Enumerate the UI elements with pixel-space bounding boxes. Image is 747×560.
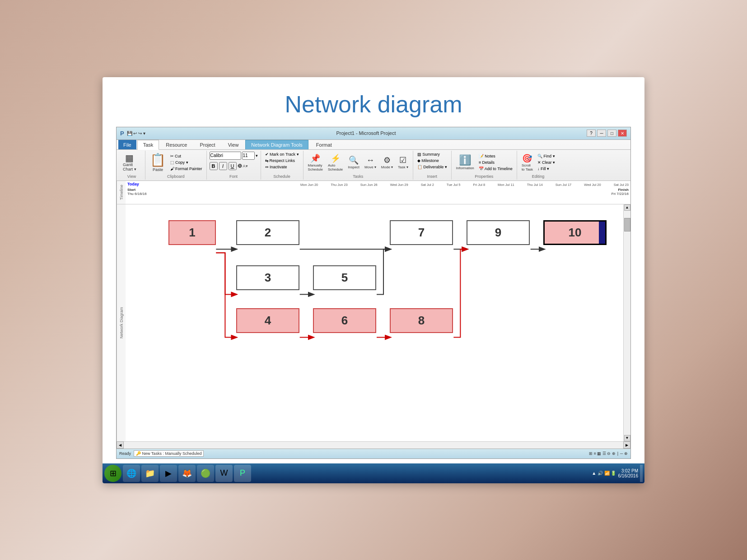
font-color-control[interactable]: 🅐 A▾: [238, 164, 248, 168]
group-clipboard-content: 📋 Paste ✂ Cut ⬚ Copy ▾ 🖌 Format Painter: [148, 152, 204, 173]
help-icon[interactable]: ?: [587, 130, 596, 137]
tab-network-diagram-tools[interactable]: Network Diagram Tools: [245, 140, 308, 149]
move-button[interactable]: ↔ Move ▾: [363, 155, 378, 170]
task-label: Task ▾: [398, 165, 408, 169]
paste-label: Paste: [153, 167, 163, 172]
tab-project[interactable]: Project: [194, 140, 221, 149]
node-6[interactable]: 6: [313, 308, 376, 333]
node-4[interactable]: 4: [236, 308, 299, 333]
view-icons[interactable]: ⊞ ≡ ▦ ☰ ⊖ ⊕: [589, 451, 616, 456]
clipboard-small-btns: ✂ Cut ⬚ Copy ▾ 🖌 Format Painter: [169, 153, 204, 171]
taskbar-app-project[interactable]: P: [234, 465, 251, 482]
taskbar-app-firefox[interactable]: 🦊: [178, 465, 196, 482]
diagram-area[interactable]: 1 2 3 4 5 6: [126, 204, 623, 441]
notes-button[interactable]: 📝 Notes: [477, 153, 514, 159]
left-label: Network Diagram: [117, 204, 126, 441]
taskbar-app-media[interactable]: ▶: [160, 465, 177, 482]
fill-button[interactable]: ↓ Fill ▾: [536, 166, 556, 171]
copy-button[interactable]: ⬚ Copy ▾: [169, 160, 204, 165]
paste-icon: 📋: [150, 153, 166, 167]
inspect-button[interactable]: 🔍 Inspect: [346, 154, 361, 170]
manually-schedule-button[interactable]: 📌 ManuallySchedule: [306, 153, 325, 172]
respect-links-button[interactable]: ⇆ Respect Links: [264, 158, 297, 163]
tab-file[interactable]: File: [118, 140, 136, 149]
scroll-to-task-icon: 🎯: [522, 153, 532, 163]
taskbar-show-desktop[interactable]: [640, 465, 643, 482]
close-button[interactable]: ✕: [618, 130, 627, 137]
task-button[interactable]: ☑ Task ▾: [396, 154, 410, 170]
insert-group-label: Insert: [416, 174, 448, 179]
font-size-input[interactable]: [242, 152, 255, 160]
scroll-down-arrow[interactable]: ▼: [624, 435, 630, 441]
maximize-button[interactable]: □: [607, 130, 616, 137]
tab-format[interactable]: Format: [310, 140, 338, 149]
mark-on-track-button[interactable]: ✔ Mark on Track ▾: [264, 152, 300, 157]
manually-schedule-label: ManuallySchedule: [308, 163, 323, 171]
group-font: ▾ B I U 🅐 A▾ Font: [207, 151, 261, 180]
copy-label: Copy ▾: [175, 160, 188, 165]
start-button[interactable]: ⊞: [104, 465, 121, 482]
gantt-chart-button[interactable]: ▦ GanttChart ▾: [121, 153, 138, 172]
font-size-dropdown[interactable]: ▾: [256, 153, 258, 158]
node-1-label: 1: [189, 226, 195, 240]
task-icon: ☑: [399, 155, 406, 165]
paste-button[interactable]: 📋 Paste: [148, 152, 168, 173]
auto-schedule-button[interactable]: ⚡ AutoSchedule: [326, 153, 345, 172]
italic-button[interactable]: I: [219, 162, 227, 170]
taskbar-app-ie[interactable]: 🌐: [123, 465, 140, 482]
timeline-bar: Timeline Today Mon Jun 20 Thu Jun 23 Sun…: [117, 181, 630, 204]
font-name-input[interactable]: [210, 152, 241, 160]
node-1[interactable]: 1: [168, 220, 216, 245]
node-8-label: 8: [418, 314, 425, 328]
clear-button[interactable]: ✕ Clear ▾: [536, 160, 556, 165]
window-controls: ? ─ □ ✕: [587, 130, 627, 137]
mode-button[interactable]: ⚙ Mode ▾: [379, 154, 395, 170]
ribbon-tabs: File Task Resource Project View Network …: [117, 140, 630, 150]
tab-task[interactable]: Task: [137, 140, 159, 150]
font-row1: ▾: [210, 152, 258, 160]
scroll-to-task-button[interactable]: 🎯 Scrollto Task: [520, 153, 535, 172]
node-5[interactable]: 5: [313, 265, 376, 290]
scroll-up-arrow[interactable]: ▲: [624, 204, 630, 211]
format-painter-button[interactable]: 🖌 Format Painter: [169, 166, 204, 171]
node-8[interactable]: 8: [390, 308, 453, 333]
details-button[interactable]: ≡ Details: [477, 160, 514, 165]
properties-small-btns: 📝 Notes ≡ Details 📅 Add to Timeline: [477, 153, 514, 171]
minimize-button[interactable]: ─: [597, 130, 606, 137]
deliverable-button[interactable]: 📋 Deliverable ▾: [416, 164, 448, 170]
underline-button[interactable]: U: [229, 162, 237, 170]
quick-access-icons: 💾 ↩ ↪ ▾: [127, 131, 145, 136]
taskbar-app-word[interactable]: W: [215, 465, 233, 482]
taskbar-system-icons[interactable]: ▲ 🔊 📶 🔋: [592, 471, 616, 476]
node-3[interactable]: 3: [236, 265, 299, 290]
tab-resource[interactable]: Resource: [160, 140, 193, 149]
scroll-thumb[interactable]: [624, 218, 630, 231]
taskbar-app-explorer[interactable]: 📁: [141, 465, 159, 482]
taskbar-app-chrome[interactable]: 🟢: [197, 465, 214, 482]
find-button[interactable]: 🔍 Find ▾: [536, 153, 556, 159]
node-2[interactable]: 2: [236, 220, 299, 245]
scroll-left-arrow[interactable]: ◀: [117, 441, 124, 449]
new-tasks-indicator[interactable]: 🔑 New Tasks : Manually Scheduled: [134, 450, 204, 457]
clipboard-group-label: Clipboard: [148, 174, 204, 179]
milestone-button[interactable]: ◆ Milestone: [416, 158, 440, 163]
scrollbar-right[interactable]: ▲ ▼: [623, 204, 630, 441]
node-10[interactable]: 10: [543, 220, 607, 245]
bottom-scrollbar[interactable]: ◀ ▶: [117, 441, 630, 449]
scroll-right-arrow[interactable]: ▶: [623, 441, 630, 449]
bold-button[interactable]: B: [210, 162, 218, 170]
inactivate-button[interactable]: ⇔ Inactivate: [264, 164, 289, 170]
taskbar-time-text: 3:02 PM: [618, 468, 639, 473]
taskbar-date-text: 6/16/2016: [618, 473, 639, 478]
node-7-label: 7: [418, 226, 425, 240]
zoom-button[interactable]: ─ ⊕: [620, 451, 628, 456]
tab-view[interactable]: View: [222, 140, 245, 149]
timeline-dates: Mon Jun 20 Thu Jun 23 Sun Jun 26 Wed Jun…: [300, 183, 629, 187]
summary-button[interactable]: ▨ Summary: [416, 152, 441, 157]
properties-group-label: Properties: [454, 174, 514, 179]
cut-button[interactable]: ✂ Cut: [169, 153, 204, 159]
information-button[interactable]: ℹ️ Information: [454, 153, 476, 171]
node-7[interactable]: 7: [390, 220, 453, 245]
node-9[interactable]: 9: [467, 220, 530, 245]
add-to-timeline-button[interactable]: 📅 Add to Timeline: [477, 166, 514, 171]
